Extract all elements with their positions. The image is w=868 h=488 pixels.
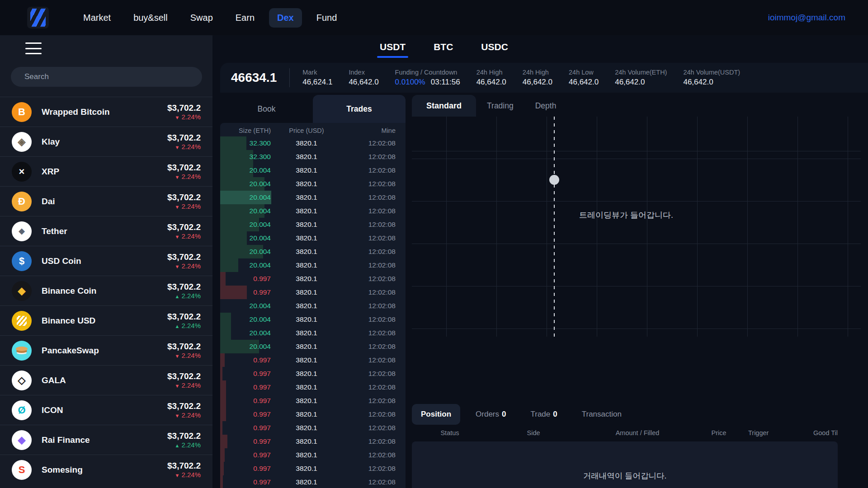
crosshair-dashed-line: [554, 117, 555, 337]
quote-currency-tabs: USDTBTCUSDC: [379, 35, 509, 58]
tab-count-badge: 0: [502, 410, 506, 418]
trade-row[interactable]: 20.004 3820.1 12:02:08: [220, 204, 406, 218]
trade-row[interactable]: 0.997 3820.1 12:02:08: [220, 380, 406, 394]
chart-tab[interactable]: Trading: [476, 95, 524, 117]
coin-meta: $3,702.2 2.24%: [167, 133, 201, 151]
trade-row[interactable]: 20.004 3820.1 12:02:08: [220, 326, 406, 340]
nav-item[interactable]: Market: [75, 8, 119, 28]
coin-list-item[interactable]: ◈ Klay $3,702.2 2.24%: [0, 127, 212, 156]
stat-value: 46,642.0: [476, 78, 506, 87]
trade-time: 12:02:08: [342, 166, 406, 174]
trade-size: 0.997: [220, 410, 271, 418]
positions-tab[interactable]: Transaction: [573, 404, 631, 425]
positions-column: Trigger: [748, 429, 769, 436]
coin-price: $3,702.2: [167, 431, 201, 441]
coin-list-item[interactable]: Binance USD $3,702.2 2.24%: [0, 305, 212, 335]
trade-row[interactable]: 20.004 3820.1 12:02:08: [220, 231, 406, 245]
trade-row[interactable]: 0.997 3820.1 12:02:08: [220, 421, 406, 435]
trade-row[interactable]: 0.997 3820.1 12:02:08: [220, 448, 406, 462]
coin-meta: $3,702.2 2.24%: [167, 103, 201, 121]
coin-list-item[interactable]: Ø ICON $3,702.2 2.24%: [0, 395, 212, 425]
stat-extra-value: 03:11:56: [431, 78, 460, 87]
coin-list-item[interactable]: Ð Dai $3,702.2 2.24%: [0, 186, 212, 216]
positions-tab[interactable]: Orders0: [467, 404, 515, 425]
coin-change: 2.24%: [175, 381, 201, 389]
dai-icon: Ð: [12, 192, 32, 211]
trade-size: 0.997: [220, 275, 271, 283]
trade-row[interactable]: 0.997 3820.1 12:02:08: [220, 475, 406, 488]
trade-price: 3820.1: [271, 329, 342, 337]
trade-row[interactable]: 0.997 3820.1 12:02:08: [220, 367, 406, 380]
trade-size: 0.997: [220, 356, 271, 364]
trade-row[interactable]: 0.997 3820.1 12:02:08: [220, 353, 406, 367]
trade-row[interactable]: 20.004 3820.1 12:02:08: [220, 313, 406, 326]
trade-row[interactable]: 20.004 3820.1 12:02:08: [220, 340, 406, 353]
nav-item[interactable]: buy&sell: [125, 8, 176, 28]
trade-row[interactable]: 20.004 3820.1 12:02:08: [220, 164, 406, 177]
chart-tab[interactable]: Depth: [524, 95, 567, 117]
coin-list-item[interactable]: ◆ Rai Finance $3,702.2 2.24%: [0, 425, 212, 455]
coin-price: $3,702.2: [167, 163, 201, 173]
ticker-stat: 24h Volume(USDT) 46,642.0: [683, 69, 740, 87]
chart-area: 트레이딩뷰가 들어갑니다.: [412, 117, 861, 337]
coin-list-item[interactable]: $ USD Coin $3,702.2 2.24%: [0, 246, 212, 276]
positions-tab[interactable]: Trade0: [522, 404, 566, 425]
trade-row[interactable]: 0.997 3820.1 12:02:08: [220, 408, 406, 421]
nav-item[interactable]: Dex: [269, 8, 302, 28]
trade-row[interactable]: 20.004 3820.1 12:02:08: [220, 177, 406, 191]
coin-list-item[interactable]: ◇ GALA $3,702.2 2.24%: [0, 365, 212, 395]
market-sidebar: B Wrapped Bitcoin $3,702.2 2.24% ◈ Klay …: [0, 35, 212, 488]
hamburger-menu-icon[interactable]: [25, 42, 42, 54]
orderbook-panel: BookTrades Size (ETH) Price (USD) Mine 3…: [220, 95, 406, 488]
trade-row[interactable]: 0.997 3820.1 12:02:08: [220, 435, 406, 448]
chart-tab[interactable]: Standard: [412, 95, 476, 117]
trade-row[interactable]: 0.997 3820.1 12:02:08: [220, 462, 406, 475]
trade-price: 3820.1: [271, 153, 342, 161]
coin-list-item[interactable]: S Somesing $3,702.2 2.24%: [0, 455, 212, 484]
quote-tab[interactable]: USDC: [480, 35, 509, 58]
tab-count-badge: 0: [553, 410, 557, 418]
nav-item[interactable]: Fund: [308, 8, 345, 28]
search-input[interactable]: [11, 67, 202, 87]
trade-time: 12:02:08: [342, 261, 406, 269]
coin-list-item[interactable]: B Wrapped Bitcoin $3,702.2 2.24%: [0, 97, 212, 127]
nav-item[interactable]: Earn: [227, 8, 263, 28]
trade-size: 0.997: [220, 478, 271, 486]
trade-size: 20.004: [220, 234, 271, 242]
trade-row[interactable]: 0.997 3820.1 12:02:08: [220, 394, 406, 408]
app-logo-icon[interactable]: [27, 7, 49, 28]
positions-tabs: Position Orders0 Trade0 Transaction: [412, 404, 631, 425]
trade-row[interactable]: 0.997 3820.1 12:02:08: [220, 272, 406, 286]
trade-row[interactable]: 20.004 3820.1 12:02:08: [220, 218, 406, 231]
trade-size: 0.997: [220, 465, 271, 473]
ticker-stat: 24h Volume(ETH) 46,642.0: [615, 69, 667, 87]
coin-price: $3,702.2: [167, 252, 201, 262]
trade-row[interactable]: 32.300 3820.1 12:02:08: [220, 136, 406, 150]
orderbook-tab[interactable]: Trades: [313, 95, 406, 123]
coin-list-item[interactable]: × XRP $3,702.2 2.24%: [0, 156, 212, 186]
coin-list-item[interactable]: ◆ Binance Coin $3,702.2 2.24%: [0, 276, 212, 305]
trade-row[interactable]: 20.004 3820.1 12:02:08: [220, 191, 406, 204]
trade-time: 12:02:08: [342, 410, 406, 418]
trade-row[interactable]: 0.997 3820.1 12:02:08: [220, 286, 406, 299]
stat-label: Index: [349, 69, 378, 76]
coin-list-item[interactable]: PancakeSwap $3,702.2 2.24%: [0, 335, 212, 365]
trade-size: 20.004: [220, 180, 271, 188]
nav-item[interactable]: Swap: [182, 8, 221, 28]
trade-row[interactable]: 20.004 3820.1 12:02:08: [220, 245, 406, 258]
orderbook-tab[interactable]: Book: [220, 95, 313, 123]
coin-list-item[interactable]: ◆ Tether $3,702.2 2.24%: [0, 216, 212, 246]
trade-row[interactable]: 20.004 3820.1 12:02:08: [220, 258, 406, 272]
quote-tab[interactable]: USDT: [379, 35, 406, 58]
coin-price: $3,702.2: [167, 312, 201, 322]
positions-tab[interactable]: Position: [412, 404, 460, 425]
trade-time: 12:02:08: [342, 315, 406, 324]
trade-row[interactable]: 32.300 3820.1 12:02:08: [220, 150, 406, 164]
coin-name: Tether: [42, 226, 67, 236]
trade-row[interactable]: 20.004 3820.1 12:02:08: [220, 299, 406, 313]
coin-change: 2.24%: [175, 202, 201, 210]
account-email[interactable]: ioimmoj@gmail.com: [768, 13, 845, 23]
coin-price: $3,702.2: [167, 192, 201, 202]
trade-price: 3820.1: [271, 261, 342, 269]
quote-tab[interactable]: BTC: [433, 35, 454, 58]
